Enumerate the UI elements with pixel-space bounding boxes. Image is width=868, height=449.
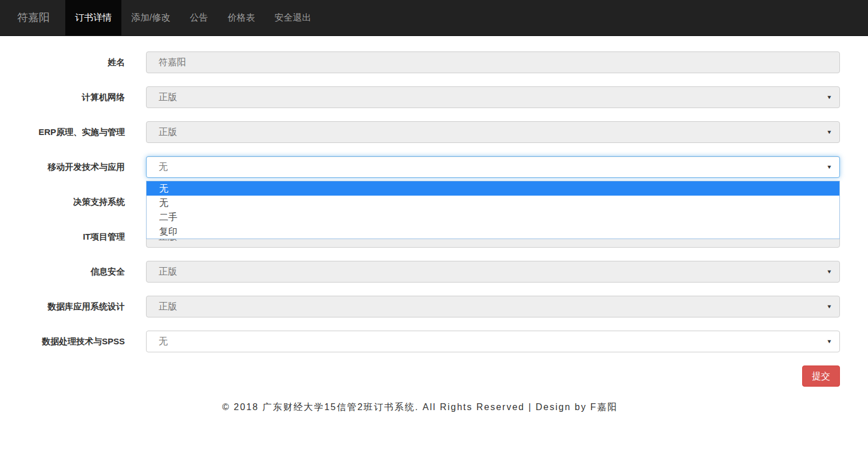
- field-control-wrap: 正版▼: [146, 86, 840, 108]
- field-label: IT项目管理: [0, 232, 125, 242]
- form-row: 计算机网络正版▼: [0, 86, 840, 108]
- dropdown-option[interactable]: 二手: [147, 210, 839, 224]
- dropdown-option[interactable]: 无: [147, 181, 839, 196]
- field-value: 正版: [159, 301, 177, 313]
- field-control-wrap: 正版▼: [146, 296, 840, 317]
- chevron-down-icon: ▼: [826, 304, 832, 309]
- submit-row: 提交: [0, 365, 840, 387]
- field-control-wrap: 正版▼: [146, 121, 840, 143]
- select-input: 正版▼: [146, 86, 840, 108]
- chevron-down-icon: ▼: [826, 95, 832, 100]
- form-row: 信息安全正版▼: [0, 261, 840, 283]
- footer-copyright-text: © 2018 广东财经大学15信管2班订书系统. All Rights Rese…: [222, 402, 618, 412]
- order-detail-page: 姓名符嘉阳计算机网络正版▼ERP原理、实施与管理正版▼移动开发技术与应用无▼无无…: [0, 36, 868, 414]
- field-control-wrap: 正版▼: [146, 261, 840, 283]
- form-row: ERP原理、实施与管理正版▼: [0, 121, 840, 143]
- nav-item-3[interactable]: 价格表: [218, 0, 265, 35]
- chevron-down-icon: ▼: [826, 165, 832, 170]
- nav-item-1[interactable]: 添加/修改: [121, 0, 180, 35]
- field-value: 正版: [159, 92, 177, 104]
- select-input[interactable]: 无▼: [146, 331, 840, 352]
- dropdown-option[interactable]: 复印: [147, 224, 839, 239]
- form-row: 移动开发技术与应用无▼无无二手复印: [0, 156, 840, 178]
- book-order-form: 姓名符嘉阳计算机网络正版▼ERP原理、实施与管理正版▼移动开发技术与应用无▼无无…: [0, 51, 840, 352]
- field-label: 姓名: [0, 57, 125, 67]
- field-label: 决策支持系统: [0, 197, 125, 207]
- select-input: 正版▼: [146, 121, 840, 143]
- navbar-brand[interactable]: 符嘉阳: [9, 0, 58, 35]
- field-control-wrap: 无▼无无二手复印: [146, 156, 840, 178]
- field-label: 计算机网络: [0, 92, 125, 102]
- nav-item-4[interactable]: 安全退出: [265, 0, 321, 35]
- select-input: 正版▼: [146, 261, 840, 283]
- field-label: 移动开发技术与应用: [0, 162, 125, 172]
- footer: © 2018 广东财经大学15信管2班订书系统. All Rights Rese…: [0, 402, 840, 414]
- nav-item-2[interactable]: 公告: [180, 0, 218, 35]
- select-dropdown: 无无二手复印: [146, 181, 840, 239]
- navbar: 符嘉阳 订书详情添加/修改公告价格表安全退出: [0, 0, 868, 36]
- form-row: 姓名符嘉阳: [0, 51, 840, 73]
- field-value: 无: [159, 336, 168, 348]
- field-value: 符嘉阳: [159, 57, 186, 69]
- nav-item-0[interactable]: 订书详情: [65, 0, 121, 35]
- chevron-down-icon: ▼: [826, 269, 832, 275]
- navbar-menu: 订书详情添加/修改公告价格表安全退出: [65, 0, 321, 35]
- chevron-down-icon: ▼: [826, 130, 832, 135]
- field-value: 正版: [159, 126, 177, 138]
- field-control-wrap: 符嘉阳: [146, 51, 840, 73]
- field-label: 数据库应用系统设计: [0, 301, 125, 312]
- form-row: 数据处理技术与SPSS无▼: [0, 331, 840, 352]
- chevron-down-icon: ▼: [826, 339, 832, 344]
- field-control-wrap: 无▼: [146, 331, 840, 352]
- field-value: 正版: [159, 266, 177, 278]
- select-input: 正版▼: [146, 296, 840, 317]
- field-label: 信息安全: [0, 267, 125, 277]
- dropdown-option[interactable]: 无: [147, 196, 839, 210]
- select-input[interactable]: 无▼: [146, 156, 840, 178]
- submit-button[interactable]: 提交: [802, 365, 840, 387]
- text-input: 符嘉阳: [146, 51, 840, 73]
- field-label: ERP原理、实施与管理: [0, 127, 125, 137]
- form-row: 数据库应用系统设计正版▼: [0, 296, 840, 317]
- field-label: 数据处理技术与SPSS: [0, 336, 125, 347]
- field-value: 无: [159, 161, 168, 173]
